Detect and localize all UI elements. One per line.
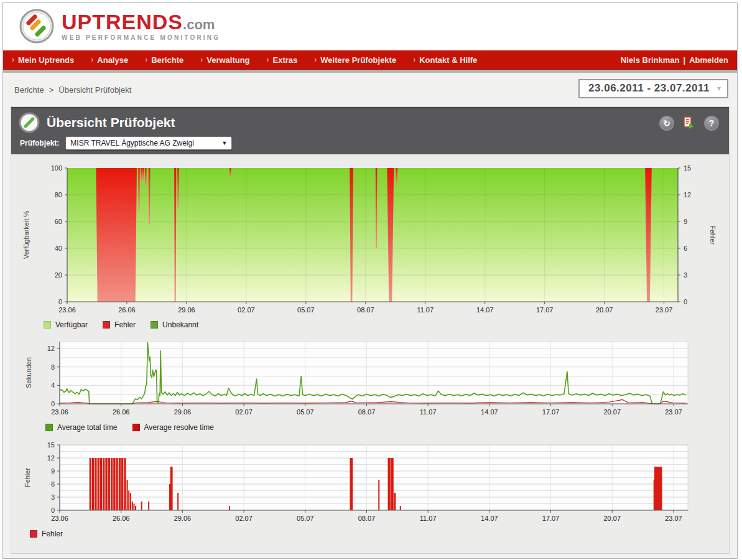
export-icon[interactable] (681, 115, 697, 131)
legend-item-average-total-time: Average total time (45, 423, 118, 432)
svg-text:08.07: 08.07 (358, 408, 376, 416)
svg-text:26.06: 26.06 (113, 408, 130, 416)
svg-text:20: 20 (55, 271, 62, 279)
svg-text:14.07: 14.07 (481, 408, 498, 416)
pruefobjekt-selected-value: MISR TRAVEL Ägyptische AG Zweigi (70, 139, 194, 147)
svg-text:23.06: 23.06 (58, 306, 76, 314)
breadcrumb: Berichte > Übersicht Prüfobjekt (14, 85, 131, 95)
topbar: Berichte > Übersicht Prüfobjekt 23.06.20… (3, 73, 737, 105)
report-panel: Übersicht Prüfobjekt ↻ ? Prüfobjekt: (11, 106, 730, 554)
app-window: UPTRENDS.com WEB PERFORMANCE MONITORING … (2, 2, 738, 559)
svg-text:23.07: 23.07 (656, 306, 673, 314)
refresh-icon[interactable]: ↻ (659, 116, 674, 131)
svg-text:23.06: 23.06 (51, 515, 68, 522)
nav-item-weitere-prufobjekte[interactable]: ›Weitere Prüfobjekte (314, 55, 396, 65)
svg-text:23.06: 23.06 (51, 408, 68, 416)
uptrends-logo-icon (19, 9, 54, 44)
legend-item-fehler: Fehler (103, 320, 136, 329)
legend-swatch (44, 321, 51, 329)
nav-item-analyse[interactable]: ›Analyse (91, 55, 128, 65)
brand-name: UPTRENDS (62, 11, 183, 32)
svg-text:3: 3 (684, 271, 687, 279)
nav-arrow-icon: › (145, 55, 147, 64)
svg-text:02.07: 02.07 (235, 515, 253, 522)
svg-text:14.07: 14.07 (481, 515, 498, 522)
svg-text:12: 12 (47, 454, 55, 462)
panel-header: Übersicht Prüfobjekt ↻ ? Prüfobjekt: (11, 107, 729, 154)
svg-text:29.06: 29.06 (178, 306, 195, 314)
svg-text:60: 60 (55, 218, 62, 225)
logout-link[interactable]: Abmelden (689, 55, 728, 65)
nav-arrow-icon: › (91, 55, 93, 64)
legend-item-verfugbar: Verfügbar (44, 320, 88, 329)
page-title: Übersicht Prüfobjekt (47, 115, 175, 130)
svg-text:9: 9 (51, 467, 55, 475)
nav-arrow-icon: › (200, 55, 203, 64)
breadcrumb-separator: > (49, 85, 54, 95)
user-name: Niels Brinkman (621, 55, 680, 65)
select-caret-icon: ▼ (221, 140, 227, 146)
legend-item-unbekannt: Unbekannt (151, 320, 198, 329)
svg-text:0: 0 (51, 506, 55, 514)
pruefobjekt-select[interactable]: MISR TRAVEL Ägyptische AG Zweigi ▼ (65, 136, 232, 150)
nav-arrow-icon: › (267, 55, 269, 64)
svg-text:12: 12 (684, 191, 691, 198)
svg-text:26.06: 26.06 (118, 306, 136, 314)
svg-text:40: 40 (55, 245, 62, 252)
legend-swatch (103, 321, 110, 329)
svg-text:12: 12 (47, 345, 55, 352)
errors-chart-block: 0369121523.0626.0629.0602.0705.0708.0711… (11, 441, 729, 538)
svg-text:17.07: 17.07 (542, 408, 560, 416)
availability-chart-block: 0204060801000369121523.0626.0629.0602.07… (11, 162, 729, 329)
svg-text:3: 3 (51, 493, 55, 501)
svg-text:02.07: 02.07 (238, 306, 255, 314)
errors-legend: Fehler (30, 530, 729, 538)
svg-text:6: 6 (684, 245, 687, 252)
user-separator: | (684, 55, 686, 65)
daterange-picker[interactable]: 23.06.2011 - 23.07.2011 ▾ (578, 79, 728, 98)
logo[interactable]: UPTRENDS.com WEB PERFORMANCE MONITORING (19, 9, 220, 44)
nav-item-kontakt-hilfe[interactable]: ›Kontakt & Hilfe (413, 55, 477, 65)
breadcrumb-parent[interactable]: Berichte (14, 85, 44, 95)
svg-text:11.07: 11.07 (420, 408, 437, 416)
pruefobjekt-label: Prüfobjekt: (20, 139, 59, 147)
brand-tagline: WEB PERFORMANCE MONITORING (62, 35, 220, 41)
availability-legend: VerfügbarFehlerUnbekannt (44, 320, 729, 329)
help-icon[interactable]: ? (704, 116, 719, 131)
svg-text:08.07: 08.07 (358, 515, 376, 522)
legend-item-average-resolve-time: Average resolve time (132, 423, 215, 432)
nav-item-mein-uptrends[interactable]: ›Mein Uptrends (12, 55, 74, 65)
report-pencil-icon (19, 112, 40, 133)
legend-item-fehler: Fehler (30, 530, 63, 538)
response-time-chart: 0481223.0626.0629.0602.0705.0708.0711.07… (11, 338, 729, 421)
svg-text:Fehler: Fehler (709, 225, 716, 245)
svg-text:29.06: 29.06 (174, 515, 192, 522)
nav-item-extras[interactable]: ›Extras (267, 55, 298, 65)
main-nav: ›Mein Uptrends›Analyse›Berichte›Verwaltu… (3, 50, 737, 70)
svg-text:05.07: 05.07 (297, 515, 314, 522)
svg-text:23.07: 23.07 (665, 515, 682, 522)
svg-text:17.07: 17.07 (542, 515, 560, 522)
svg-text:Sekunden: Sekunden (25, 357, 32, 388)
nav-arrow-icon: › (12, 55, 14, 64)
nav-item-berichte[interactable]: ›Berichte (145, 55, 183, 65)
breadcrumb-current: Übersicht Prüfobjekt (58, 85, 131, 95)
svg-text:0: 0 (684, 298, 687, 306)
panel-body: 0204060801000369121523.0626.0629.0602.07… (11, 154, 729, 553)
svg-text:11.07: 11.07 (420, 515, 437, 522)
nav-item-verwaltung[interactable]: ›Verwaltung (200, 55, 249, 65)
svg-text:9: 9 (684, 218, 687, 225)
svg-text:23.07: 23.07 (665, 408, 682, 416)
brand-tld: .com (183, 18, 215, 32)
svg-text:80: 80 (55, 191, 62, 198)
svg-text:20.07: 20.07 (604, 515, 621, 522)
svg-text:02.07: 02.07 (235, 408, 253, 416)
svg-text:0: 0 (51, 400, 55, 408)
legend-swatch (45, 424, 53, 431)
chevron-down-icon: ▾ (717, 84, 721, 93)
nav-arrow-icon: › (314, 55, 317, 64)
svg-text:100: 100 (51, 164, 62, 172)
svg-text:29.06: 29.06 (174, 408, 192, 416)
user-area: Niels Brinkman | Abmelden (621, 55, 728, 65)
legend-swatch (151, 321, 158, 329)
